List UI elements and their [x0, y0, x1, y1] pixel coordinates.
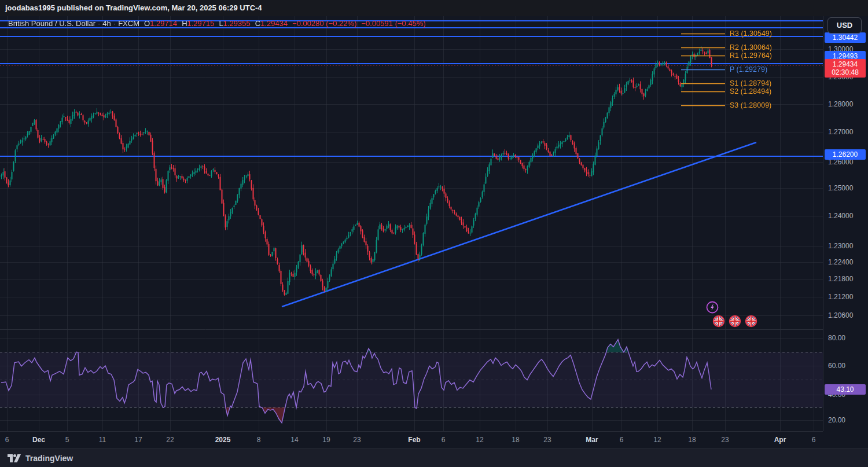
price-label: 1.30442: [825, 32, 866, 43]
time-tick: 6: [5, 436, 9, 444]
time-tick: 8: [257, 436, 261, 444]
price-tick: 1.25000: [823, 184, 868, 192]
time-tick: 18: [512, 436, 519, 444]
quote-value: 1.29434: [260, 19, 288, 28]
price-label: 1.2943402:30:48: [825, 59, 866, 78]
time-tick: 17: [134, 436, 142, 444]
quote-value: −0.00280 (−0.22%): [292, 19, 356, 28]
time-tick: Mar: [586, 436, 598, 444]
time-tick: Apr: [774, 436, 786, 444]
price-tick: 80.00: [823, 334, 868, 342]
uk-flag-icon[interactable]: [745, 315, 757, 328]
time-tick: 6: [442, 436, 446, 444]
symbol-name[interactable]: British Pound / U.S. Dollar: [8, 19, 95, 28]
price-chart-canvas[interactable]: [0, 16, 823, 431]
time-tick: 12: [653, 436, 661, 444]
price-tick: 60.00: [823, 362, 868, 370]
currency-toggle-button[interactable]: USD: [827, 17, 862, 34]
instrument-flags: [712, 315, 764, 328]
exchange-label: FXCM: [118, 19, 139, 28]
time-tick: 23: [721, 436, 729, 444]
time-tick: 2025: [215, 436, 231, 444]
price-tick: 1.28000: [823, 100, 868, 108]
quote-value: 1.29355: [223, 19, 251, 28]
price-tick: 20.00: [823, 416, 868, 424]
tradingview-logo-icon[interactable]: [7, 454, 21, 463]
time-scale[interactable]: 6Dec511172220258141923Feb6121823Mar61218…: [0, 431, 823, 449]
quote-label: C: [255, 19, 260, 28]
time-tick: 11: [99, 436, 106, 444]
tradingview-brand[interactable]: TradingView: [25, 454, 73, 463]
price-scale[interactable]: 1.300001.290001.280001.270001.260001.250…: [823, 16, 868, 431]
time-tick: Feb: [408, 436, 420, 444]
uk-flag-icon[interactable]: [745, 315, 757, 328]
legend-separator: ·: [95, 19, 102, 28]
quote-value: −0.00591 (−0.45%): [361, 19, 425, 28]
quote-value: 1.29714: [150, 19, 177, 28]
pivot-level-label: R3 (1.30549): [730, 30, 772, 38]
quote-value: 1.29715: [187, 19, 215, 28]
time-tick: 23: [543, 436, 551, 444]
quote-label: H: [182, 19, 187, 28]
pivot-level-label: S3 (1.28009): [730, 101, 771, 109]
price-tick: 1.23000: [823, 242, 868, 250]
time-tick: 6: [620, 436, 624, 444]
time-tick: 22: [166, 436, 174, 444]
price-tick: 1.22400: [823, 258, 868, 266]
pivot-level-label: P (1.29279): [730, 65, 767, 73]
time-tick: 6: [812, 436, 816, 444]
pivot-level-label: S1 (1.28794): [730, 79, 771, 87]
lightning-icon[interactable]: [706, 301, 719, 316]
time-tick: Dec: [32, 436, 45, 444]
quote-label: O: [144, 19, 150, 28]
price-tick: 1.21200: [823, 293, 868, 301]
countdown-timer: 02:30:48: [825, 68, 866, 76]
ohlc-values: O1.29714H1.29715L1.29355C1.29434−0.00280…: [139, 19, 426, 28]
publisher-bar: joodabas1995 published on TradingView.co…: [0, 0, 868, 16]
pivot-level-label: R2 (1.30064): [730, 43, 772, 52]
time-tick: 12: [476, 436, 483, 444]
uk-flag-icon[interactable]: [729, 315, 741, 328]
time-tick: 18: [688, 436, 696, 444]
legend-separator: ·: [111, 19, 118, 28]
pivot-level-label: S2 (1.28494): [730, 87, 771, 95]
price-tick: 1.24000: [823, 212, 868, 220]
price-tick: 1.21800: [823, 275, 868, 283]
pivot-level-label: R1 (1.29764): [730, 52, 772, 60]
price-tick: 1.20600: [823, 311, 868, 319]
quote-label: L: [219, 19, 223, 28]
time-tick: 5: [65, 436, 69, 444]
footer-bar: TradingView: [0, 448, 868, 467]
chart-legend[interactable]: British Pound / U.S. Dollar·4h·FXCMO1.29…: [8, 19, 426, 28]
tradingview-snapshot: joodabas1995 published on TradingView.co…: [0, 0, 868, 467]
uk-flag-icon[interactable]: [712, 315, 725, 328]
interval-label[interactable]: 4h: [102, 19, 111, 28]
price-label: 1.26200: [825, 149, 866, 160]
uk-flag-icon[interactable]: [729, 315, 741, 328]
price-tick: 1.27000: [823, 128, 868, 136]
time-tick: 23: [353, 436, 361, 444]
price-label: 43.10: [825, 384, 866, 395]
time-tick: 19: [322, 436, 330, 444]
uk-flag-icon[interactable]: [712, 315, 725, 328]
time-tick: 14: [290, 436, 298, 444]
